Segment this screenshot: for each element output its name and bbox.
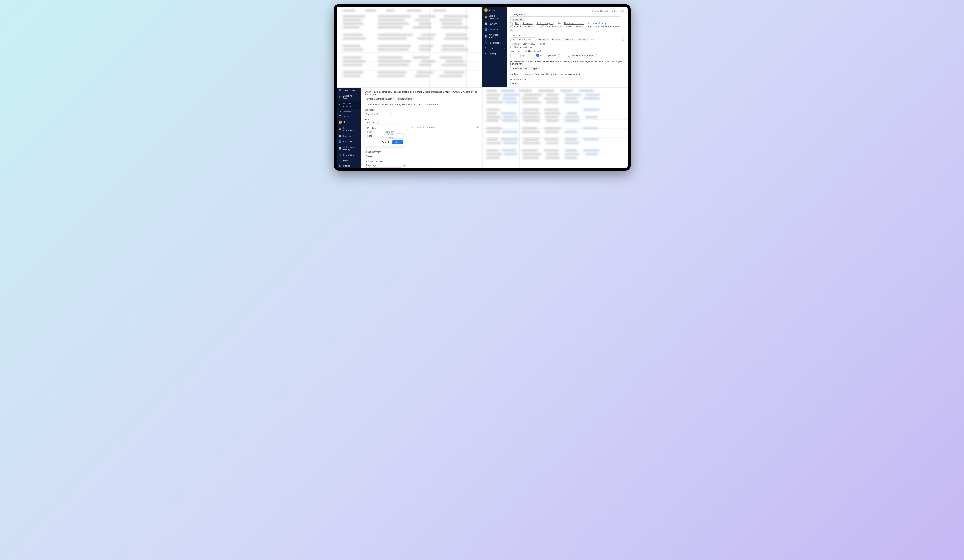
enrich-services-input[interactable]: Emails & Contacts Scraper× Phones Enrich… bbox=[365, 96, 443, 101]
sidebar-item-invoices[interactable]: 📄Invoices bbox=[337, 133, 362, 139]
sidebar-item-usage[interactable]: 📊API Usage History bbox=[482, 32, 507, 40]
filter-operator-select[interactable]: is not blank bbox=[386, 133, 403, 138]
info-icon[interactable]: i bbox=[476, 126, 479, 128]
close-icon[interactable]: × bbox=[538, 67, 539, 70]
sidebar-item-label: API Usage History bbox=[343, 146, 359, 151]
sidebar-item-tasks[interactable]: ☰Tasks bbox=[337, 114, 362, 119]
info-icon[interactable]: i bbox=[622, 18, 624, 20]
exact-match-checkbox[interactable] bbox=[541, 25, 544, 28]
checkout-categories-link[interactable]: Check out all categories bbox=[588, 22, 610, 24]
config-form-tr: Google-like plain queries *Categoriesi r… bbox=[507, 7, 628, 87]
blurred-spreadsheet-top bbox=[337, 7, 482, 87]
sidebar-section-amazon[interactable]: aAmazon services bbox=[337, 101, 362, 109]
sidebar-item-shopping[interactable]: 🛍Shopping Search bbox=[337, 93, 362, 101]
sidebar-item-label: API Docs bbox=[343, 140, 353, 143]
chip-enrich-service[interactable]: Phones Enricher× bbox=[396, 97, 415, 100]
sidebar-item-label: Billing Information bbox=[489, 15, 505, 20]
custom-locations-checkbox[interactable] bbox=[510, 46, 513, 48]
question-icon: ? bbox=[339, 159, 342, 161]
add-filter-link[interactable]: + Add filter bbox=[365, 121, 375, 124]
try-country-link[interactable]: France bbox=[539, 43, 546, 45]
close-icon[interactable]: × bbox=[392, 98, 394, 100]
info-icon[interactable]: i bbox=[403, 164, 406, 166]
try-category-link[interactable]: Bar bbox=[515, 22, 519, 24]
close-icon[interactable]: × bbox=[572, 39, 573, 41]
close-icon[interactable]: × bbox=[413, 98, 414, 100]
sidebar-item-label: Help bbox=[489, 47, 493, 49]
sidebar-item-label: Pricing bbox=[343, 164, 350, 167]
advanced-params-expander[interactable]: › Advanced parameters (language, filters… bbox=[510, 72, 624, 77]
chip-state[interactable]: Arizona× bbox=[563, 38, 575, 41]
config-form-bl: Enrich results by other services, add em… bbox=[362, 88, 482, 168]
sidebar-item-usage[interactable]: 📊API Usage History bbox=[337, 144, 362, 152]
task-tags-input[interactable] bbox=[365, 163, 402, 168]
close-icon[interactable]: × bbox=[559, 39, 560, 41]
columns-input[interactable] bbox=[409, 125, 475, 129]
sidebar-item-pricing[interactable]: $Pricing bbox=[482, 51, 507, 56]
sidebar-bl: 🔍Search News 🛍Shopping Search aAmazon se… bbox=[337, 88, 362, 168]
more-states[interactable]: + 54 ... bbox=[591, 38, 598, 41]
sidebar-item-label: Invoices bbox=[343, 135, 352, 137]
result-ext-select[interactable]: XLSX bbox=[365, 153, 381, 158]
sidebar-item-apidocs[interactable]: 📘API Docs bbox=[482, 27, 507, 32]
exact-match-label: Only exact match categories (without it,… bbox=[546, 25, 621, 28]
result-ext-select[interactable]: XLSX bbox=[510, 81, 527, 86]
sidebar-item-help[interactable]: ?Help bbox=[482, 46, 507, 51]
sidebar-section-other[interactable]: Other services⌄ bbox=[337, 109, 362, 114]
info-icon[interactable]: i bbox=[622, 38, 624, 41]
avatar-icon bbox=[339, 120, 342, 124]
info-icon[interactable]: i bbox=[524, 13, 526, 16]
enrich-services-input[interactable]: Emails & Contacts Scraper× bbox=[510, 66, 576, 71]
list-icon: ☰ bbox=[339, 115, 342, 118]
filter-field-select[interactable]: site bbox=[367, 133, 384, 138]
sidebar-item-apidocs[interactable]: 📘API Docs bbox=[337, 139, 362, 144]
sidebar-item-label: API Usage History bbox=[489, 34, 505, 39]
sidebar-tr: demo 💳Billing Information 📄Invoices 📘API… bbox=[482, 7, 507, 87]
file-icon: 📄 bbox=[484, 23, 487, 25]
chip-enrich-service[interactable]: Emails & Contacts Scraper× bbox=[366, 97, 395, 100]
sidebar-item-billing[interactable]: 💳Billing Information bbox=[482, 13, 507, 21]
info-icon[interactable]: i bbox=[377, 121, 379, 124]
info-icon[interactable]: i bbox=[558, 54, 560, 57]
sidebar-item-label: Pricing bbox=[489, 52, 496, 55]
sidebar-item-integrations[interactable]: 🔌Integrations bbox=[482, 40, 507, 46]
ignore-no-email-checkbox[interactable] bbox=[568, 54, 570, 57]
info-icon[interactable]: i bbox=[523, 34, 525, 36]
custom-categories-checkbox[interactable] bbox=[510, 25, 513, 28]
sidebar-item-demo[interactable]: demo bbox=[482, 7, 507, 13]
sidebar-item-demo[interactable]: demo bbox=[337, 119, 362, 125]
sidebar-item-search-news[interactable]: 🔍Search News bbox=[337, 88, 362, 93]
sidebar-item-pricing[interactable]: $Pricing bbox=[337, 163, 362, 168]
chip-category[interactable]: restaurant× bbox=[511, 18, 525, 21]
try-category-link[interactable]: Restaurant bbox=[523, 22, 532, 24]
cancel-button[interactable]: Cancel bbox=[379, 140, 391, 144]
country-select[interactable]: United States (US) bbox=[510, 37, 535, 42]
try-country-link[interactable]: United States bbox=[523, 43, 535, 45]
info-icon[interactable]: i bbox=[510, 29, 513, 32]
save-button[interactable]: Save bbox=[392, 140, 403, 144]
close-icon[interactable]: × bbox=[586, 39, 588, 41]
drop-duplicates-checkbox[interactable] bbox=[536, 54, 539, 57]
close-icon[interactable]: × bbox=[523, 18, 524, 20]
language-select[interactable]: English (en) bbox=[365, 112, 389, 116]
sidebar-item-invoices[interactable]: 📄Invoices bbox=[482, 21, 507, 27]
limit-input[interactable] bbox=[510, 53, 521, 58]
advanced-params-expander[interactable]: ⌄ Advanced parameters (language, filters… bbox=[365, 102, 479, 107]
info-icon[interactable]: i bbox=[391, 113, 394, 116]
close-icon[interactable]: × bbox=[547, 39, 548, 41]
sidebar-item-help[interactable]: ?Help bbox=[337, 158, 362, 163]
info-icon[interactable]: i bbox=[522, 54, 525, 57]
sidebar-item-integrations[interactable]: 🔌Integrations bbox=[337, 152, 362, 158]
add-all-categories-link[interactable]: All possible categories bbox=[564, 22, 585, 24]
sidebar-item-label: Invoices bbox=[489, 23, 497, 25]
try-category-link[interactable]: Real estate agency bbox=[536, 22, 554, 24]
chip-state[interactable]: Alabama× bbox=[537, 38, 549, 41]
chip-state[interactable]: Arkansas× bbox=[576, 38, 589, 41]
sidebar-item-billing[interactable]: 💳Billing Information bbox=[337, 125, 362, 133]
book-icon: 📘 bbox=[484, 28, 487, 31]
chip-enrich-service[interactable]: Emails & Contacts Scraper× bbox=[511, 67, 541, 70]
chip-state[interactable]: Alaska× bbox=[551, 38, 561, 41]
categories-input[interactable]: restaurant× bbox=[510, 16, 620, 21]
info-icon[interactable]: i bbox=[595, 54, 597, 57]
plain-queries-toggle[interactable] bbox=[619, 10, 624, 12]
